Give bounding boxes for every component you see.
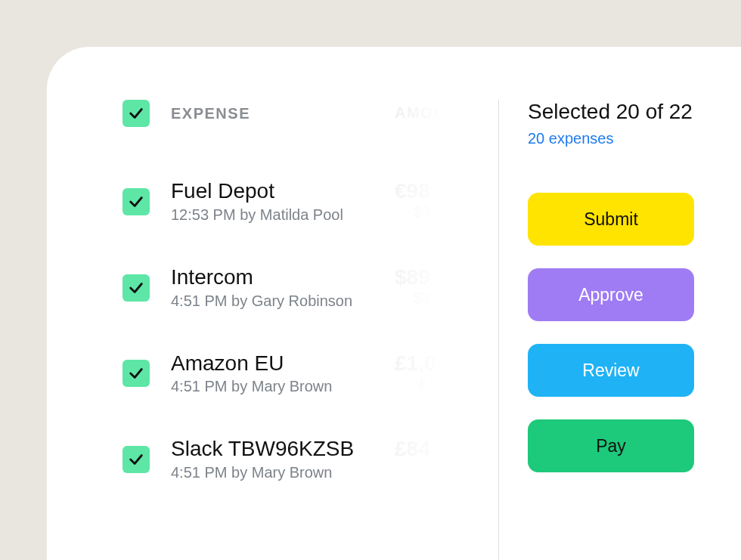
check-icon xyxy=(128,365,144,382)
column-header-expense: EXPENSE xyxy=(171,105,250,122)
row-amounts: €98 $9 xyxy=(395,180,430,221)
expense-list-pane: EXPENSE AMOUNT Fuel Depot 12:53 PM by Ma… xyxy=(122,100,498,560)
selection-title: Selected 20 of 22 xyxy=(528,100,741,124)
review-button[interactable]: Review xyxy=(528,344,694,397)
row-checkbox[interactable] xyxy=(122,274,150,302)
row-amounts: $89 $8 xyxy=(395,266,430,307)
submit-button[interactable]: Submit xyxy=(528,193,694,246)
expense-title: Slack TBW96KZSB xyxy=(171,438,354,461)
expense-meta: 4:51 PM by Gary Robinson xyxy=(171,292,352,310)
row-content: Fuel Depot 12:53 PM by Matilda Pool xyxy=(171,180,343,224)
row-amounts: £1,0 £1 xyxy=(395,352,436,393)
column-header-amount: AMOUNT xyxy=(395,104,468,122)
expense-card: EXPENSE AMOUNT Fuel Depot 12:53 PM by Ma… xyxy=(47,47,741,560)
table-row[interactable]: Amazon EU 4:51 PM by Mary Brown £1,0 £1 xyxy=(122,352,468,396)
expense-title: Fuel Depot xyxy=(171,180,343,203)
row-amounts: £84 xyxy=(395,438,430,461)
check-icon xyxy=(128,193,144,210)
check-icon xyxy=(128,280,144,296)
expense-rows: Fuel Depot 12:53 PM by Matilda Pool €98 … xyxy=(122,180,468,481)
amount-sub: $9 xyxy=(395,203,430,221)
amount-sub: £1 xyxy=(395,375,436,392)
approve-button[interactable]: Approve xyxy=(528,268,694,321)
selection-subtitle[interactable]: 20 expenses xyxy=(528,130,741,147)
amount-main: $89 xyxy=(395,266,430,289)
table-row[interactable]: Fuel Depot 12:53 PM by Matilda Pool €98 … xyxy=(122,180,468,224)
expense-meta: 4:51 PM by Mary Brown xyxy=(171,464,354,481)
amount-main: £84 xyxy=(395,438,430,461)
check-icon xyxy=(128,105,144,122)
row-content: Slack TBW96KZSB 4:51 PM by Mary Brown xyxy=(171,438,354,481)
table-row[interactable]: Slack TBW96KZSB 4:51 PM by Mary Brown £8… xyxy=(122,438,468,481)
action-buttons: Submit Approve Review Pay xyxy=(528,193,741,472)
row-checkbox[interactable] xyxy=(122,360,150,387)
table-row[interactable]: Intercom 4:51 PM by Gary Robinson $89 $8 xyxy=(122,266,468,310)
expense-title: Intercom xyxy=(171,266,352,289)
amount-main: £1,0 xyxy=(395,352,436,376)
expense-title: Amazon EU xyxy=(171,352,332,376)
amount-main: €98 xyxy=(395,180,430,203)
amount-sub: $8 xyxy=(395,289,430,307)
row-content: Intercom 4:51 PM by Gary Robinson xyxy=(171,266,352,310)
row-checkbox[interactable] xyxy=(122,446,150,473)
selection-panel: Selected 20 of 22 20 expenses Submit App… xyxy=(499,100,741,560)
table-header: EXPENSE AMOUNT xyxy=(122,100,468,127)
row-checkbox[interactable] xyxy=(122,188,150,215)
expense-meta: 4:51 PM by Mary Brown xyxy=(171,378,332,395)
check-icon xyxy=(128,451,144,468)
expense-meta: 12:53 PM by Matilda Pool xyxy=(171,206,343,224)
row-content: Amazon EU 4:51 PM by Mary Brown xyxy=(171,352,332,396)
select-all-checkbox[interactable] xyxy=(122,100,150,127)
pay-button[interactable]: Pay xyxy=(528,419,694,472)
